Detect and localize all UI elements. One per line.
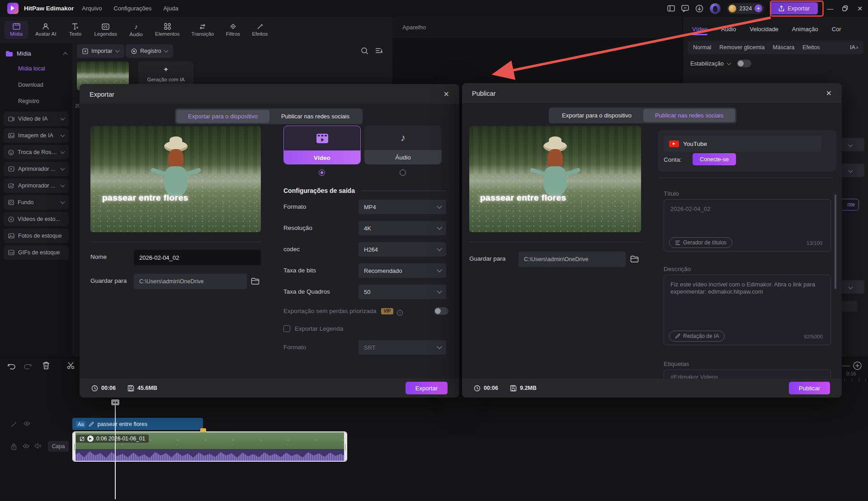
- tab-publish-social[interactable]: Publicar nas redes sociais: [643, 109, 735, 122]
- keyframe-marker[interactable]: [200, 428, 206, 432]
- feedback-icon[interactable]: [681, 5, 689, 12]
- audio-radio[interactable]: [400, 169, 406, 176]
- sidebar-item-troca-rosto[interactable]: Troca de Rost...: [4, 145, 69, 159]
- eye-icon[interactable]: [24, 421, 30, 426]
- magic-wand-icon[interactable]: [11, 421, 17, 427]
- subtab-efeitos[interactable]: Efeitos: [802, 44, 820, 51]
- tab-audio[interactable]: ♪ Áudio: [124, 20, 148, 39]
- add-credits-icon[interactable]: +: [755, 5, 762, 12]
- sidebar-item-videos-estoque[interactable]: Vídeos de esto...: [4, 212, 69, 226]
- save-path-input[interactable]: C:\Users\admin\OneDrive: [519, 252, 626, 267]
- sidebar-item-download[interactable]: Download: [0, 77, 72, 93]
- title-generator-button[interactable]: Gerador de títulos: [669, 237, 732, 248]
- framerate-select[interactable]: 50: [359, 285, 446, 299]
- menu-ajuda[interactable]: Ajuda: [163, 5, 178, 12]
- tab-velocidade[interactable]: Velocidade: [743, 22, 785, 36]
- tab-audio-props[interactable]: Áudio: [715, 22, 742, 36]
- resolution-select[interactable]: 4K: [359, 221, 446, 235]
- restore-button[interactable]: [842, 5, 848, 11]
- text-track-clip[interactable]: Aa passear entre flores: [72, 418, 203, 430]
- tab-texto[interactable]: Texto: [63, 21, 87, 39]
- tab-export-device[interactable]: Exportar para o dispositivo: [550, 109, 643, 122]
- ai-writing-button[interactable]: Redação de IA: [669, 331, 725, 342]
- tab-elementos[interactable]: Elementos: [151, 21, 184, 39]
- cover-button[interactable]: Capa: [48, 441, 69, 452]
- lock-icon[interactable]: [11, 443, 17, 450]
- tab-filtros[interactable]: Filtros: [221, 21, 245, 39]
- name-input[interactable]: 2026-02-04_02: [134, 250, 261, 265]
- trim-handle-right[interactable]: [344, 432, 346, 461]
- folder-icon[interactable]: [630, 255, 639, 263]
- sidebar-item-aprimorador-video[interactable]: Aprimorador ...: [4, 162, 69, 176]
- subtab-remover[interactable]: Remover glicemia: [719, 44, 764, 51]
- undo-icon[interactable]: [7, 362, 16, 370]
- credits-pill[interactable]: 2324 +: [727, 3, 764, 14]
- subtitle-checkbox[interactable]: [283, 325, 290, 332]
- zoom-in-icon[interactable]: [853, 361, 862, 370]
- export-confirm-button[interactable]: Exportar: [406, 382, 448, 394]
- close-icon[interactable]: ✕: [443, 90, 449, 98]
- format-select[interactable]: MP4: [359, 200, 446, 214]
- tab-export-device[interactable]: Exportar para o dispositivo: [176, 110, 269, 123]
- video-radio[interactable]: [319, 169, 325, 176]
- sidebar-item-gifs-estoque[interactable]: GIF GIFs de estoque: [4, 245, 69, 260]
- tab-animacao[interactable]: Animação: [786, 22, 825, 36]
- platform-select[interactable]: ▶ YouTube: [664, 136, 822, 152]
- minimize-button[interactable]: —: [827, 5, 833, 12]
- delete-icon[interactable]: [42, 361, 50, 370]
- subtab-mascara[interactable]: Máscara: [773, 44, 794, 51]
- tab-legendas[interactable]: Legendas: [90, 21, 122, 39]
- export-dialog-title: Exportar: [90, 91, 114, 98]
- tab-avatar-ai[interactable]: Avatar AI: [31, 21, 61, 39]
- codec-select[interactable]: H264: [359, 242, 446, 257]
- video-track-clip[interactable]: ▶ 0:06 2026-01-06_01: [72, 431, 347, 462]
- sidebar-item-fundo[interactable]: Fundo: [4, 195, 69, 210]
- sidebar-item-video-ia[interactable]: Vídeo de IA: [4, 112, 69, 126]
- close-button[interactable]: ✕: [857, 5, 863, 12]
- tab-transicao[interactable]: Transição: [187, 21, 218, 39]
- save-path-input[interactable]: C:\Users\admin\OneDrive: [134, 274, 247, 289]
- publish-confirm-button[interactable]: Publicar: [789, 382, 830, 394]
- download-icon[interactable]: [695, 5, 703, 13]
- trim-handle-left[interactable]: [73, 432, 75, 461]
- sidebar-item-imagem-ia[interactable]: Imagem de IA: [4, 128, 69, 143]
- tab-video[interactable]: Vídeo: [686, 22, 714, 36]
- video-type-card[interactable]: Vídeo: [283, 126, 361, 164]
- dialog-scrollbar[interactable]: [835, 194, 836, 289]
- filesize-info: 45.6MB: [127, 385, 157, 392]
- record-button[interactable]: Registro: [126, 44, 173, 58]
- eye-icon[interactable]: [23, 444, 29, 449]
- folder-icon[interactable]: [251, 277, 259, 285]
- playhead-handle[interactable]: [111, 399, 119, 405]
- audio-type-card[interactable]: ♪ Áudio: [364, 126, 442, 164]
- tab-publish-social[interactable]: Publicar nas redes sociais: [269, 110, 361, 123]
- subtab-normal[interactable]: Normal: [693, 44, 711, 51]
- sort-list-icon[interactable]: [375, 47, 382, 54]
- connect-button[interactable]: Conecte-se: [693, 153, 736, 165]
- search-icon[interactable]: [361, 47, 368, 55]
- layout-icon[interactable]: [667, 5, 675, 12]
- sidebar-item-midia-local[interactable]: Mídia local: [0, 61, 72, 77]
- playhead-line[interactable]: [115, 399, 116, 499]
- tab-efeitos[interactable]: Efeitos: [247, 21, 272, 39]
- tab-midia[interactable]: Mídia: [5, 21, 28, 39]
- bitrate-select[interactable]: Recomendado: [359, 263, 446, 278]
- user-avatar[interactable]: [710, 3, 721, 14]
- sidebar-item-midia[interactable]: Mídia: [0, 47, 72, 61]
- chevron-down-icon: [61, 166, 65, 171]
- import-button[interactable]: Importar: [77, 44, 124, 58]
- close-icon[interactable]: ✕: [826, 89, 832, 98]
- sidebar-item-registro[interactable]: Registro: [0, 93, 72, 109]
- stabilization-toggle[interactable]: [737, 60, 751, 67]
- volume-icon[interactable]: [34, 443, 41, 449]
- menu-configuracoes[interactable]: Configurações: [113, 5, 151, 12]
- menu-arquivo[interactable]: Arquivo: [82, 5, 102, 12]
- tab-cor[interactable]: Cor: [826, 22, 848, 36]
- split-scissors-icon[interactable]: [67, 361, 75, 370]
- lossless-toggle[interactable]: [434, 307, 448, 315]
- sidebar-item-aprimorador-imagem[interactable]: Aprimorador ...: [4, 178, 69, 193]
- redo-icon[interactable]: [24, 362, 32, 370]
- subtab-ia[interactable]: IA ›: [850, 44, 858, 51]
- subtitle-format-select[interactable]: SRT: [359, 340, 446, 355]
- sidebar-item-fotos-estoque[interactable]: Fotos de estoque: [4, 229, 69, 243]
